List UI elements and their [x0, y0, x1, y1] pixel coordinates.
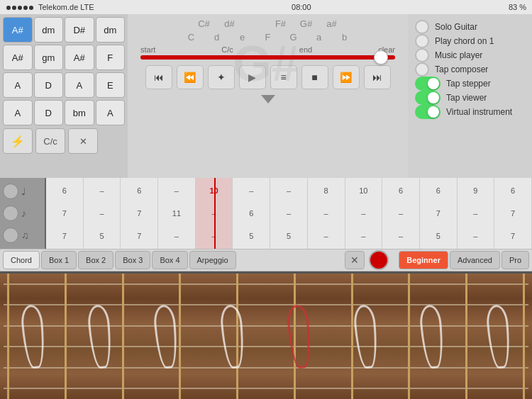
- battery-label: 83 %: [509, 3, 526, 11]
- sharp-key-row: C# d# F# G# a#: [133, 18, 402, 29]
- pick-5: [282, 294, 317, 379]
- sequencer-grid: 677––5677–11–10–––65––58––10––6––6759––6…: [46, 178, 532, 249]
- chord-cell-0-0[interactable]: A#: [3, 17, 33, 43]
- guitar-fretboard[interactable]: [0, 271, 532, 399]
- option-row-1: Play chord on 1: [415, 34, 525, 48]
- seq-row-3: ♫: [3, 227, 42, 243]
- chord-cell-1-3[interactable]: F: [96, 45, 126, 70]
- seq-num-0-2: 7: [62, 232, 67, 240]
- chord-row-3: ADbmA: [3, 100, 125, 125]
- key-b: b: [338, 32, 352, 43]
- seq-col-5: –65: [233, 178, 270, 249]
- cc-button[interactable]: C/c: [35, 128, 65, 154]
- status-bar: Telekom.de LTE 08:00 83 %: [0, 0, 532, 14]
- sparkle-button[interactable]: ✦: [208, 65, 235, 89]
- seq-num-11-2: –: [473, 232, 477, 240]
- seq-num-2-0: 6: [137, 186, 141, 195]
- seq-num-8-2: –: [361, 232, 365, 240]
- seq-num-7-0: 8: [324, 186, 328, 195]
- chord-cell-3-0[interactable]: A: [3, 100, 33, 125]
- seq-col-12: 677: [494, 178, 532, 249]
- chord-cell-3-1[interactable]: D: [34, 100, 64, 125]
- pick-4: [215, 294, 250, 379]
- chord-cell-0-1[interactable]: dm: [34, 17, 64, 43]
- seq-col-4: 10––: [196, 178, 233, 249]
- seq-num-9-2: –: [399, 232, 403, 240]
- tab-box-2[interactable]: Box 2: [78, 251, 113, 269]
- option-label-0: Solo Guitar: [435, 22, 477, 32]
- seq-num-2-1: 7: [137, 209, 141, 218]
- seq-num-3-0: –: [174, 186, 179, 195]
- close-tab-button[interactable]: ✕: [345, 251, 365, 269]
- tab-chord[interactable]: Chord: [3, 251, 40, 269]
- skip-back-button[interactable]: ⏮: [145, 65, 172, 89]
- chord-rows: A#dmD#dmA#gmA#FADAEADbmA: [3, 17, 125, 125]
- lightning-button[interactable]: ⚡: [3, 128, 33, 154]
- carrier-label: Telekom.de LTE: [38, 3, 94, 11]
- pick-shape-5: [286, 303, 313, 369]
- skill-advanced[interactable]: Advanced: [450, 251, 500, 269]
- stop-button[interactable]: ■: [301, 65, 328, 89]
- chord-cell-0-2[interactable]: D#: [65, 17, 94, 43]
- pick-shape-2: [87, 303, 113, 369]
- seq-circle-2: [3, 206, 18, 221]
- seq-row-1: ♩: [3, 184, 42, 199]
- seq-row-2: ♪: [3, 206, 42, 221]
- record-button[interactable]: [369, 250, 389, 270]
- skip-next-button[interactable]: ⏭: [364, 65, 391, 89]
- play-button[interactable]: ▶: [239, 65, 266, 89]
- chord-row-1: A#gmA#F: [3, 45, 125, 70]
- tab-arpeggio[interactable]: Arpeggio: [189, 251, 236, 269]
- rewind-button[interactable]: ⏪: [177, 65, 204, 89]
- toggle-6[interactable]: [415, 105, 440, 119]
- chord-cell-3-3[interactable]: A: [96, 100, 126, 125]
- option-row-2: Music player: [415, 48, 525, 62]
- seq-num-10-0: 6: [436, 186, 440, 195]
- chord-cell-0-3[interactable]: dm: [96, 17, 126, 43]
- toggle-5[interactable]: [415, 91, 440, 105]
- toggle-4[interactable]: [415, 77, 440, 91]
- cc-label: C/c: [221, 45, 233, 54]
- slider-thumb[interactable]: [374, 50, 388, 64]
- seq-num-7-2: –: [324, 232, 328, 240]
- key-f: F: [261, 32, 275, 43]
- sequencer-columns: 677––5677–11–10–––65––58––10––6––6759––6…: [46, 178, 532, 249]
- seq-num-12-2: 7: [511, 232, 515, 240]
- seq-col-11: 9––: [458, 178, 495, 249]
- radio-0[interactable]: [415, 20, 429, 34]
- fast-forward-button[interactable]: ⏩: [333, 65, 360, 89]
- chord-cell-2-3[interactable]: E: [96, 72, 126, 98]
- chord-cell-2-1[interactable]: D: [34, 72, 64, 98]
- tab-box-4[interactable]: Box 4: [152, 251, 187, 269]
- skill-beginner[interactable]: Beginner: [399, 251, 448, 269]
- option-label-5: Tap viewer: [446, 93, 487, 103]
- radio-2[interactable]: [415, 48, 429, 62]
- position-slider[interactable]: [140, 55, 395, 60]
- chord-cell-1-0[interactable]: A#: [3, 45, 33, 70]
- option-row-5: Tap viewer: [415, 91, 525, 105]
- play-position-indicator: [261, 95, 275, 103]
- seq-circle-1: [3, 184, 18, 199]
- transport-labels: start C/c end clear: [133, 45, 402, 54]
- chord-cell-1-2[interactable]: A#: [65, 45, 94, 70]
- seq-num-5-1: 6: [249, 209, 253, 218]
- clear-button[interactable]: ✕: [68, 128, 98, 154]
- seq-note-icon-3: ♫: [21, 230, 29, 241]
- pick-shape-3: [153, 303, 180, 369]
- chord-cell-2-0[interactable]: A: [3, 72, 33, 98]
- menu-button[interactable]: ≡: [270, 65, 297, 89]
- pick-shape-7: [419, 303, 446, 369]
- seq-col-10: 675: [420, 178, 458, 249]
- chord-cell-2-2[interactable]: A: [65, 72, 94, 98]
- seq-num-6-2: 5: [287, 232, 291, 240]
- tab-box-1[interactable]: Box 1: [41, 251, 77, 269]
- chord-cell-1-1[interactable]: gm: [34, 45, 64, 70]
- chord-cell-3-2[interactable]: bm: [65, 100, 94, 125]
- tab-box-3[interactable]: Box 3: [115, 251, 150, 269]
- radio-3[interactable]: [415, 62, 429, 77]
- radio-1[interactable]: [415, 34, 429, 48]
- key-e: e: [235, 32, 250, 43]
- option-row-3: Tap composer: [415, 62, 525, 77]
- key-d-sharp: d#: [223, 18, 237, 29]
- skill-pro[interactable]: Pro: [501, 251, 529, 269]
